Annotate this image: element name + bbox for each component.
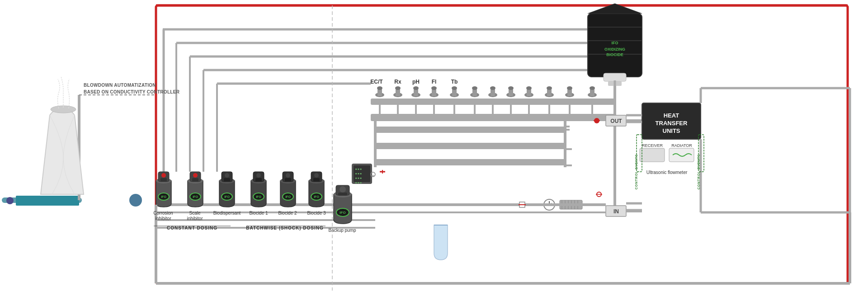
svg-point-51 — [547, 86, 552, 90]
svg-text:Biocide 3: Biocide 3 — [307, 211, 326, 216]
svg-text:IFO: IFO — [224, 195, 230, 198]
svg-text:Biocide 1: Biocide 1 — [249, 211, 268, 216]
svg-text:IFO: IFO — [285, 195, 291, 198]
svg-text:IFO: IFO — [256, 195, 261, 198]
svg-text:Tb: Tb — [451, 79, 458, 85]
svg-text:IFO: IFO — [314, 195, 319, 198]
svg-point-42 — [490, 86, 495, 90]
svg-rect-60 — [375, 159, 565, 165]
svg-text:pH: pH — [412, 79, 420, 85]
svg-text:Ultrasonic flowmeter: Ultrasonic flowmeter — [646, 170, 688, 175]
svg-rect-139 — [224, 178, 230, 182]
svg-text:BLOWDOWN AUTOMATIZATION: BLOWDOWN AUTOMATIZATION — [84, 83, 156, 88]
svg-rect-127 — [160, 178, 167, 182]
svg-text:BIOCIDE: BIOCIDE — [606, 52, 623, 57]
svg-text:Corrosion: Corrosion — [153, 211, 173, 216]
svg-rect-90 — [640, 148, 665, 162]
svg-text:■ ■ ■: ■ ■ ■ — [355, 177, 362, 179]
svg-rect-151 — [285, 178, 291, 182]
svg-text:EC/T: EC/T — [370, 79, 383, 85]
svg-text:CONTROL EVENTS: CONTROL EVENTS — [697, 154, 700, 189]
svg-point-4 — [6, 197, 14, 204]
svg-point-144 — [256, 173, 261, 178]
svg-point-45 — [508, 86, 514, 90]
svg-text:Biodispersant: Biodispersant — [213, 211, 241, 216]
svg-text:IFO: IFO — [612, 41, 618, 45]
svg-rect-3 — [16, 196, 79, 206]
svg-point-27 — [395, 86, 401, 90]
svg-point-156 — [314, 173, 319, 178]
svg-text:Scale: Scale — [189, 211, 200, 216]
svg-text:BASED ON CONDUCTIVITY CONTROLL: BASED ON CONDUCTIVITY CONTROLLER — [84, 89, 180, 94]
svg-text:IFO: IFO — [161, 195, 166, 198]
svg-point-36 — [452, 86, 457, 90]
svg-text:UNITS: UNITS — [663, 127, 680, 134]
svg-rect-163 — [338, 193, 347, 196]
svg-rect-116 — [588, 14, 642, 77]
svg-point-150 — [286, 173, 290, 178]
svg-point-39 — [472, 86, 477, 90]
svg-point-162 — [340, 186, 346, 193]
diagram-container: ■ ■ ■ ■ ■ ■ ■ ■ ■ ■ ■ ■ — [0, 0, 868, 296]
svg-text:Fl: Fl — [432, 79, 437, 85]
svg-text:■ ■ ■: ■ ■ ■ — [355, 168, 362, 170]
svg-text:RADIATOR: RADIATOR — [671, 143, 692, 148]
svg-text:CONSTANT DOSING: CONSTANT DOSING — [167, 226, 217, 230]
svg-rect-58 — [375, 127, 565, 133]
svg-text:inhibitor: inhibitor — [155, 216, 171, 221]
svg-text:OUT: OUT — [610, 118, 622, 124]
svg-text:BATCHWISE (SHOCK) DOSING: BATCHWISE (SHOCK) DOSING — [246, 226, 324, 230]
svg-point-33 — [431, 86, 437, 90]
svg-text:inhibitor: inhibitor — [187, 216, 203, 221]
svg-rect-120 — [604, 73, 626, 81]
svg-text:CONTROL EVENTS: CONTROL EVENTS — [635, 154, 638, 189]
svg-text:IFO: IFO — [193, 195, 198, 198]
svg-point-138 — [225, 173, 229, 178]
svg-point-48 — [526, 86, 532, 90]
svg-point-57 — [590, 86, 595, 90]
svg-rect-133 — [192, 178, 198, 182]
svg-rect-157 — [313, 178, 320, 182]
svg-text:Biocide 2: Biocide 2 — [278, 211, 297, 216]
svg-point-54 — [567, 86, 572, 90]
svg-text:IN: IN — [613, 208, 619, 215]
svg-point-132 — [193, 173, 198, 178]
svg-point-30 — [413, 86, 419, 90]
svg-text:IFO: IFO — [340, 211, 345, 215]
svg-rect-145 — [255, 178, 262, 182]
svg-rect-8 — [371, 114, 615, 121]
svg-rect-59 — [375, 143, 565, 149]
svg-point-5 — [129, 194, 142, 207]
svg-text:■ ■ ■: ■ ■ ■ — [355, 172, 362, 175]
svg-text:RECEIVER: RECEIVER — [642, 143, 663, 148]
svg-point-126 — [161, 173, 166, 178]
svg-text:TRANSFER: TRANSFER — [656, 120, 688, 127]
svg-text:HEAT: HEAT — [664, 112, 679, 119]
svg-text:■ ■ ■: ■ ■ ■ — [355, 181, 362, 184]
svg-text:OXIDIZING: OXIDIZING — [604, 47, 625, 52]
svg-point-24 — [377, 86, 382, 90]
svg-text:Rx: Rx — [394, 79, 401, 85]
